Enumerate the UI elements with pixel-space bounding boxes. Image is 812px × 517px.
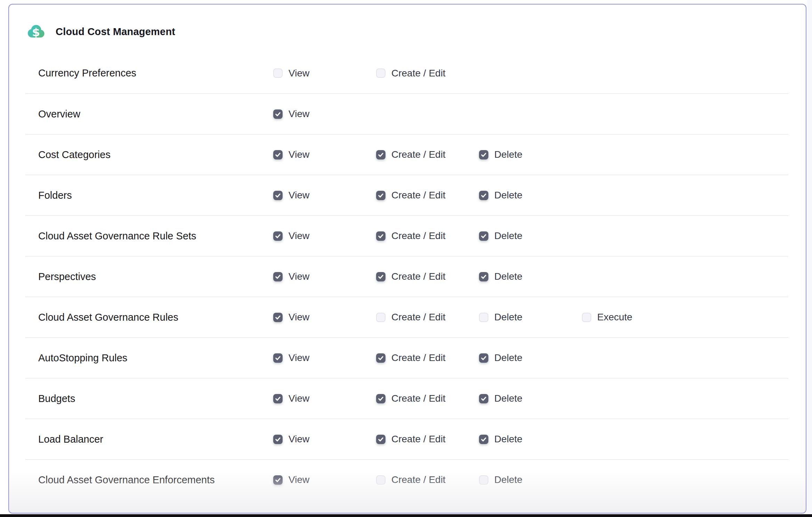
permission-view[interactable]: View (273, 393, 376, 404)
permission-label: Delete (494, 434, 522, 445)
permission-execute[interactable]: Execute (582, 312, 685, 323)
checkbox-unchecked-icon[interactable] (376, 313, 385, 322)
permission-create-edit[interactable]: Create / Edit (376, 271, 479, 282)
permission-view[interactable]: View (273, 108, 376, 120)
permission-row: Cloud Asset Governance EnforcementsViewC… (25, 459, 788, 500)
checkbox-checked-icon[interactable] (273, 353, 283, 363)
checkbox-checked-icon[interactable] (376, 353, 385, 363)
permission-view[interactable]: View (273, 474, 376, 485)
permission-delete[interactable]: Delete (479, 190, 582, 201)
checkmark-icon (480, 354, 487, 362)
checkbox-checked-icon[interactable] (273, 394, 283, 403)
permission-delete[interactable]: Delete (479, 393, 582, 404)
cloud-dollar-icon: $ (26, 24, 45, 39)
permission-create-edit[interactable]: Create / Edit (376, 230, 479, 241)
checkbox-checked-icon[interactable] (376, 150, 385, 159)
checkbox-unchecked-icon[interactable] (479, 475, 488, 485)
checkbox-checked-icon[interactable] (479, 353, 488, 363)
checkbox-checked-icon[interactable] (273, 231, 283, 241)
permission-delete[interactable]: Delete (479, 312, 582, 323)
bottom-edge-bar (0, 514, 812, 517)
resource-name: Cloud Asset Governance Enforcements (25, 474, 273, 486)
permission-view[interactable]: View (273, 149, 376, 160)
checkbox-unchecked-icon[interactable] (479, 313, 488, 322)
checkbox-checked-icon[interactable] (376, 435, 385, 444)
checkbox-checked-icon[interactable] (479, 435, 488, 444)
permission-label: Create / Edit (391, 190, 446, 201)
permission-view[interactable]: View (273, 352, 376, 363)
checkmark-icon (274, 395, 282, 402)
checkbox-checked-icon[interactable] (273, 435, 283, 444)
checkmark-icon (377, 395, 384, 402)
resource-name: Cost Categories (25, 149, 273, 161)
checkbox-checked-icon[interactable] (479, 150, 488, 159)
checkmark-icon (377, 151, 384, 158)
permission-label: Delete (494, 271, 522, 282)
checkbox-checked-icon[interactable] (273, 191, 283, 200)
permission-delete[interactable]: Delete (479, 434, 582, 445)
checkbox-unchecked-icon[interactable] (376, 475, 385, 485)
permission-view[interactable]: View (273, 230, 376, 241)
checkmark-icon (377, 273, 384, 280)
permission-create-edit[interactable]: Create / Edit (376, 190, 479, 201)
permission-label: Create / Edit (391, 352, 446, 363)
checkmark-icon (274, 436, 282, 443)
permission-view[interactable]: View (273, 434, 376, 445)
checkmark-icon (274, 273, 282, 280)
checkbox-checked-icon[interactable] (479, 191, 488, 200)
permission-delete[interactable]: Delete (479, 352, 582, 363)
resource-name: Cloud Asset Governance Rules (25, 312, 273, 323)
permission-label: Create / Edit (391, 230, 446, 241)
permission-label: View (289, 393, 309, 404)
permission-view[interactable]: View (273, 190, 376, 201)
permission-label: Delete (494, 393, 522, 404)
checkbox-checked-icon[interactable] (376, 191, 385, 200)
permission-create-edit[interactable]: Create / Edit (376, 312, 479, 323)
checkbox-checked-icon[interactable] (376, 394, 385, 403)
permission-row: Cloud Asset Governance RulesViewCreate /… (25, 297, 788, 337)
checkbox-checked-icon[interactable] (273, 475, 283, 485)
permission-label: View (289, 68, 309, 79)
permission-delete[interactable]: Delete (479, 271, 582, 282)
permission-create-edit[interactable]: Create / Edit (376, 149, 479, 160)
module-title: Cloud Cost Management (56, 26, 175, 38)
checkmark-icon (480, 192, 487, 199)
checkbox-checked-icon[interactable] (273, 150, 283, 159)
permission-create-edit[interactable]: Create / Edit (376, 68, 479, 79)
checkbox-checked-icon[interactable] (376, 231, 385, 241)
checkmark-icon (377, 192, 384, 199)
permission-create-edit[interactable]: Create / Edit (376, 474, 479, 485)
permission-create-edit[interactable]: Create / Edit (376, 393, 479, 404)
resource-name: Budgets (25, 393, 273, 404)
checkbox-checked-icon[interactable] (273, 313, 283, 322)
permission-label: View (289, 230, 309, 241)
permission-delete[interactable]: Delete (479, 230, 582, 241)
checkbox-unchecked-icon[interactable] (582, 313, 591, 322)
permission-view[interactable]: View (273, 312, 376, 323)
permission-create-edit[interactable]: Create / Edit (376, 434, 479, 445)
checkbox-checked-icon[interactable] (479, 231, 488, 241)
checkmark-icon (377, 232, 384, 240)
permission-label: View (289, 352, 309, 363)
resource-name: Currency Preferences (25, 67, 273, 79)
permission-delete[interactable]: Delete (479, 474, 582, 485)
permission-delete[interactable]: Delete (479, 149, 582, 160)
permission-row: AutoStopping RulesViewCreate / EditDelet… (25, 337, 788, 378)
checkbox-checked-icon[interactable] (479, 394, 488, 403)
checkmark-icon (274, 232, 282, 240)
checkmark-icon (480, 273, 487, 280)
checkbox-unchecked-icon[interactable] (273, 68, 283, 78)
checkbox-checked-icon[interactable] (273, 272, 283, 281)
checkbox-checked-icon[interactable] (273, 109, 283, 119)
checkbox-checked-icon[interactable] (479, 272, 488, 281)
permission-label: View (289, 149, 309, 160)
permission-label: Delete (494, 190, 522, 201)
checkbox-checked-icon[interactable] (376, 272, 385, 281)
permission-label: View (289, 312, 309, 323)
checkbox-unchecked-icon[interactable] (376, 68, 385, 78)
permission-label: Create / Edit (391, 312, 446, 323)
permission-view[interactable]: View (273, 271, 376, 282)
permission-row: FoldersViewCreate / EditDelete (25, 175, 788, 215)
permission-view[interactable]: View (273, 68, 376, 79)
permission-create-edit[interactable]: Create / Edit (376, 352, 479, 363)
